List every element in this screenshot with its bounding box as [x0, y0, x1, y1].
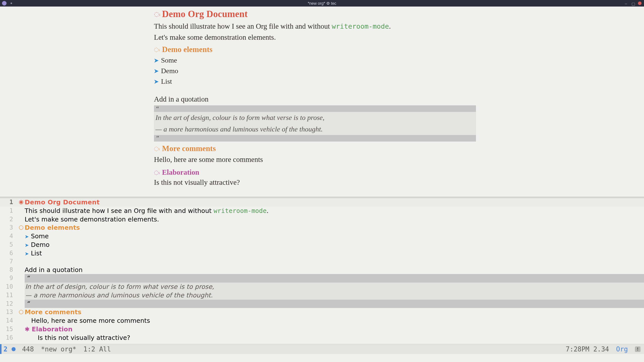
source-line[interactable]: 5 ➤Demo: [0, 241, 644, 249]
line-number: 8: [0, 266, 18, 274]
quote-close-mark: ”: [25, 300, 644, 308]
heading-1-bullet-icon: ◌ᵢ: [154, 11, 159, 18]
modeline-buffer-name[interactable]: *new org*: [41, 345, 76, 353]
line-number: 10: [0, 283, 18, 291]
emacs-app-icon: [2, 1, 7, 6]
source-line[interactable]: 7: [0, 257, 644, 265]
source-line[interactable]: 1 This should illustrate how I see an Or…: [0, 207, 644, 215]
intro-text-b: .: [389, 22, 391, 30]
quote-block[interactable]: “ In the art of design, colour is to for…: [154, 105, 476, 142]
source-line[interactable]: 9 “: [0, 274, 644, 283]
line-number: 3: [0, 223, 18, 232]
line-number: 12: [0, 300, 18, 308]
heading-2-text: Demo elements: [25, 223, 644, 232]
intro-text-a: This should illustrate how I see an Org …: [154, 22, 332, 30]
minibuffer[interactable]: [0, 354, 644, 362]
window-title-user: tec: [331, 1, 336, 6]
heading-3-marker-icon: ✱: [25, 326, 30, 333]
modeline-position: 1:2 All: [84, 345, 111, 353]
bullet-arrow-icon: ➤: [154, 56, 158, 65]
modified-dot-icon: [11, 3, 12, 4]
writeroom-pane[interactable]: ◌ᵢ Demo Org Document This should illustr…: [0, 7, 644, 197]
source-line[interactable]: 11 — a more harmonious and luminous vehi…: [0, 291, 644, 300]
list-item[interactable]: ➤Demo: [154, 66, 476, 76]
window-title-gear-icon: ⚙: [326, 1, 330, 6]
source-line[interactable]: 15 ✱ Elaboration: [0, 325, 644, 334]
paragraph-intro[interactable]: This should illustrate how I see an Org …: [154, 21, 476, 31]
bullet-arrow-icon: ➤: [25, 251, 29, 257]
window-title-buffer: *new org*: [308, 1, 325, 6]
heading-2-more[interactable]: ◌ᵢ More comments: [154, 144, 476, 153]
heading-1-text: Demo Org Document: [162, 9, 248, 19]
quote-line-1: In the art of design, colour is to form …: [154, 112, 476, 123]
modeline-warning-icon[interactable]: !: [635, 346, 640, 352]
demo-list[interactable]: ➤Some ➤Demo ➤List: [154, 55, 476, 87]
inline-code: writeroom-mode: [214, 207, 267, 214]
modeline-major-mode[interactable]: Org: [616, 345, 628, 353]
heading-2-bullet-icon: ◌ᵢ: [154, 46, 159, 53]
bullet-arrow-icon: ➤: [154, 77, 158, 86]
paragraph-intro-2[interactable]: Let's make some demonstration elements.: [154, 32, 476, 42]
source-line[interactable]: 8 Add in a quotation: [0, 266, 644, 274]
heading-3-elab[interactable]: ◌ᵢ Elaboration: [154, 168, 476, 176]
source-pane[interactable]: 1 ◉ Demo Org Document 1 This should illu…: [0, 198, 644, 344]
line-content: ➤List: [25, 249, 644, 258]
source-line[interactable]: 3 ○ Demo elements: [0, 223, 644, 232]
line-content: Add in a quotation: [25, 266, 644, 274]
line-number: 9: [0, 274, 18, 282]
line-number: 11: [0, 291, 18, 299]
heading-2-text: More comments: [162, 144, 216, 153]
line-content: Hello, here are some more comments: [25, 316, 644, 325]
source-line[interactable]: 14 Hello, here are some more comments: [0, 316, 644, 325]
source-line[interactable]: 4 ➤Some: [0, 232, 644, 241]
line-number: 1: [0, 198, 18, 206]
inline-code: writeroom-mode: [332, 22, 389, 30]
more-comments-body[interactable]: Hello, here are some more comments: [154, 154, 476, 165]
source-line[interactable]: 12 ”: [0, 300, 644, 308]
modeline-time: 7:28PM 2.34: [566, 345, 609, 353]
line-number: 4: [0, 232, 18, 240]
list-item-text: List: [161, 76, 172, 87]
heading-2-text: Demo elements: [162, 45, 213, 54]
source-line[interactable]: 1 ◉ Demo Org Document: [0, 198, 644, 207]
source-line[interactable]: 6 ➤List: [0, 249, 644, 258]
line-number: 6: [0, 249, 18, 257]
list-item[interactable]: ➤List: [154, 76, 476, 87]
quote-line-2: — a more harmonious and luminous vehicle…: [25, 291, 644, 300]
source-line[interactable]: 16 Is this not visually attractive?: [0, 334, 644, 342]
line-content: ➤Demo: [25, 241, 644, 249]
bullet-arrow-icon: ➤: [25, 242, 29, 248]
window-controls: – ▢: [625, 2, 644, 5]
heading-1[interactable]: ◌ᵢ Demo Org Document: [154, 9, 476, 19]
modeline[interactable]: 2 448 *new org* 1:2 All 7:28PM 2.34 Org …: [0, 344, 644, 354]
window-titlebar: *new org* ⚙ tec – ▢: [0, 0, 644, 7]
heading-2-bullet-icon: ◌ᵢ: [154, 145, 159, 152]
line-number: 14: [0, 316, 18, 325]
line-content: Let's make some demonstration elements.: [25, 215, 644, 224]
source-line[interactable]: 13 ○ More comments: [0, 308, 644, 316]
quote-intro[interactable]: Add in a quotation: [154, 94, 476, 104]
bullet-arrow-icon: ➤: [25, 234, 29, 240]
quote-body: In the art of design, colour is to form …: [154, 112, 476, 135]
maximize-button[interactable]: ▢: [631, 2, 635, 5]
line-number: 15: [0, 325, 18, 333]
heading-2-elements[interactable]: ◌ᵢ Demo elements: [154, 45, 476, 54]
quote-open-mark: “: [25, 274, 644, 283]
heading-2-marker-icon: ○: [18, 308, 25, 315]
modeline-window-number: 2: [2, 345, 12, 353]
minimize-button[interactable]: –: [625, 2, 628, 5]
list-item-text: Demo: [161, 66, 178, 76]
list-item[interactable]: ➤Some: [154, 55, 476, 66]
source-line[interactable]: 2 Let's make some demonstration elements…: [0, 215, 644, 224]
bullet-arrow-icon: ➤: [154, 67, 158, 75]
heading-1-marker-icon: ◉: [18, 198, 25, 206]
line-number: 1: [0, 207, 18, 215]
quote-open-mark: “: [154, 105, 476, 112]
heading-3-text: Elaboration: [32, 326, 72, 333]
line-number: 13: [0, 308, 18, 316]
line-content: ➤Some: [25, 232, 644, 241]
close-button[interactable]: [638, 2, 641, 5]
elaboration-body[interactable]: Is this not visually attractive?: [154, 177, 476, 188]
source-line[interactable]: 10 In the art of design, colour is to fo…: [0, 283, 644, 291]
line-number: 16: [0, 334, 18, 342]
